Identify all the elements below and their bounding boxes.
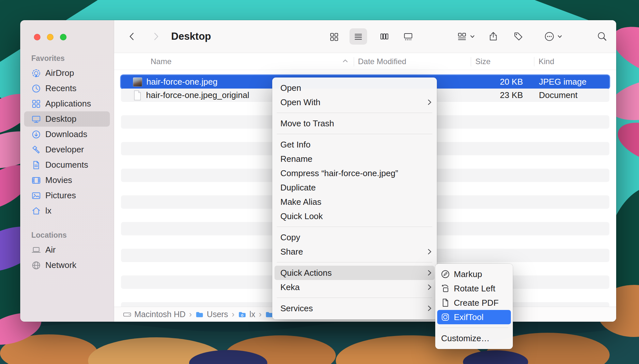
list-view-icon — [353, 31, 364, 42]
sidebar-item-label: lx — [45, 206, 52, 216]
sidebar-section-locations: Locations — [20, 231, 114, 242]
sidebar-item-label: Air — [45, 245, 56, 255]
sidebar-item-airdrop[interactable]: AirDrop — [24, 65, 110, 81]
column-divider[interactable] — [354, 57, 354, 66]
menu-item-label: Move to Trash — [280, 119, 432, 129]
menu-item-services[interactable]: Services — [272, 301, 437, 315]
breadcrumb-users[interactable]: Users — [195, 310, 228, 319]
menu-item-get-info[interactable]: Get Info — [272, 137, 437, 152]
file-kind: Document — [539, 90, 578, 100]
context-menu: Open Open With Move to Trash Get Info Re… — [272, 77, 437, 319]
sidebar-item-network[interactable]: Network — [24, 258, 110, 273]
chevron-left-icon — [126, 31, 138, 42]
menu-item-duplicate[interactable]: Duplicate — [272, 180, 437, 195]
sidebar-item-documents[interactable]: Documents — [24, 157, 110, 173]
menu-separator — [277, 262, 432, 262]
breadcrumb-label: lx — [249, 310, 255, 319]
column-header-date-modified[interactable]: Date Modified — [358, 53, 406, 70]
menu-separator — [277, 134, 432, 134]
submenu-item-rotate-left[interactable]: Rotate Left — [437, 281, 511, 296]
sidebar-item-pictures[interactable]: Pictures — [24, 188, 110, 203]
breadcrumb-separator — [231, 310, 235, 319]
sidebar-section-favorites: Favorites — [20, 54, 114, 65]
submenu-item-exiftool[interactable]: ExifTool — [437, 310, 511, 324]
more-actions-button[interactable] — [537, 28, 569, 45]
sidebar-item-lx-home[interactable]: lx — [24, 203, 110, 218]
sidebar-item-downloads[interactable]: Downloads — [24, 127, 110, 142]
view-gallery-button[interactable] — [399, 28, 417, 45]
sidebar-item-desktop[interactable]: Desktop — [24, 111, 110, 127]
column-divider[interactable] — [471, 57, 471, 66]
submenu-item-label: Create PDF — [454, 298, 498, 308]
breadcrumb-lx[interactable]: lx — [238, 310, 255, 319]
view-grid-button[interactable] — [325, 28, 343, 45]
share-button[interactable] — [484, 28, 502, 45]
airdrop-icon — [31, 68, 41, 78]
file-name: hair-force-one.jpeg — [146, 77, 217, 87]
column-header-kind[interactable]: Kind — [539, 53, 554, 70]
menu-item-label: Duplicate — [280, 183, 432, 193]
sidebar-item-applications[interactable]: Applications — [24, 96, 110, 111]
window-title: Desktop — [171, 20, 211, 53]
submenu-item-label: ExifTool — [454, 312, 483, 322]
minimize-window-button[interactable] — [47, 34, 53, 40]
app-grid-icon — [31, 99, 41, 109]
group-by-icon — [456, 31, 468, 42]
group-by-button[interactable] — [450, 28, 481, 45]
menu-item-rename[interactable]: Rename — [272, 152, 437, 166]
menu-item-make-alias[interactable]: Make Alias — [272, 195, 437, 209]
menu-item-keka[interactable]: Keka — [272, 280, 437, 294]
menu-item-share[interactable]: Share — [272, 245, 437, 259]
column-header-size[interactable]: Size — [475, 53, 491, 70]
menu-item-label: Share — [280, 247, 427, 257]
sidebar-item-developer[interactable]: Developer — [24, 142, 110, 157]
sidebar-item-label: AirDrop — [45, 68, 74, 78]
submenu-item-customize[interactable]: Customize… — [437, 331, 511, 345]
sidebar-item-label: Pictures — [45, 190, 76, 201]
grid-view-icon — [329, 31, 340, 42]
chevron-down-icon — [470, 35, 475, 38]
back-button[interactable] — [123, 28, 141, 45]
sidebar-item-air[interactable]: Air — [24, 242, 110, 258]
sidebar-item-movies[interactable]: Movies — [24, 173, 110, 188]
menu-item-compress[interactable]: Compress “hair-force-one.jpeg” — [272, 166, 437, 180]
gallery-view-icon — [403, 31, 414, 42]
submenu-item-markup[interactable]: Markup — [437, 267, 511, 281]
window-controls — [34, 34, 67, 40]
menu-item-move-to-trash[interactable]: Move to Trash — [272, 116, 437, 131]
desktop-icon — [31, 114, 41, 124]
file-size: 23 KB — [500, 90, 523, 100]
column-header-name[interactable]: Name — [151, 53, 171, 70]
file-name: hair-force-one.jpeg_original — [146, 90, 249, 100]
column-view-icon — [379, 31, 390, 42]
file-size: 20 KB — [500, 77, 523, 87]
sidebar-item-label: Network — [45, 260, 76, 270]
search-button[interactable] — [593, 28, 611, 45]
sidebar-item-label: Documents — [45, 160, 88, 170]
ellipsis-circle-icon — [544, 31, 555, 42]
column-divider[interactable] — [534, 57, 534, 66]
close-window-button[interactable] — [34, 34, 40, 40]
submenu-item-create-pdf[interactable]: Create PDF — [437, 296, 511, 310]
menu-separator — [440, 328, 508, 328]
menu-separator — [277, 227, 432, 227]
tag-button[interactable] — [510, 28, 527, 45]
menu-item-quick-actions[interactable]: Quick Actions — [275, 266, 435, 280]
breadcrumb-macintosh-hd[interactable]: Macintosh HD — [123, 310, 186, 319]
sort-ascending-icon — [342, 59, 348, 63]
menu-item-quick-look[interactable]: Quick Look — [272, 209, 437, 223]
zoom-window-button[interactable] — [60, 34, 67, 40]
forward-button[interactable] — [147, 28, 165, 45]
home-folder-icon — [238, 310, 246, 319]
sidebar-item-recents[interactable]: Recents — [24, 81, 110, 96]
view-columns-button[interactable] — [376, 28, 393, 45]
view-list-button[interactable] — [349, 28, 367, 45]
home-icon — [31, 206, 41, 216]
menu-item-open-with[interactable]: Open With — [272, 95, 437, 109]
menu-item-open[interactable]: Open — [272, 81, 437, 95]
chevron-right-icon — [150, 31, 161, 42]
menu-item-copy[interactable]: Copy — [272, 230, 437, 245]
rotate-left-icon — [440, 284, 450, 293]
submenu-chevron-icon — [427, 99, 432, 105]
create-pdf-icon — [440, 298, 450, 308]
